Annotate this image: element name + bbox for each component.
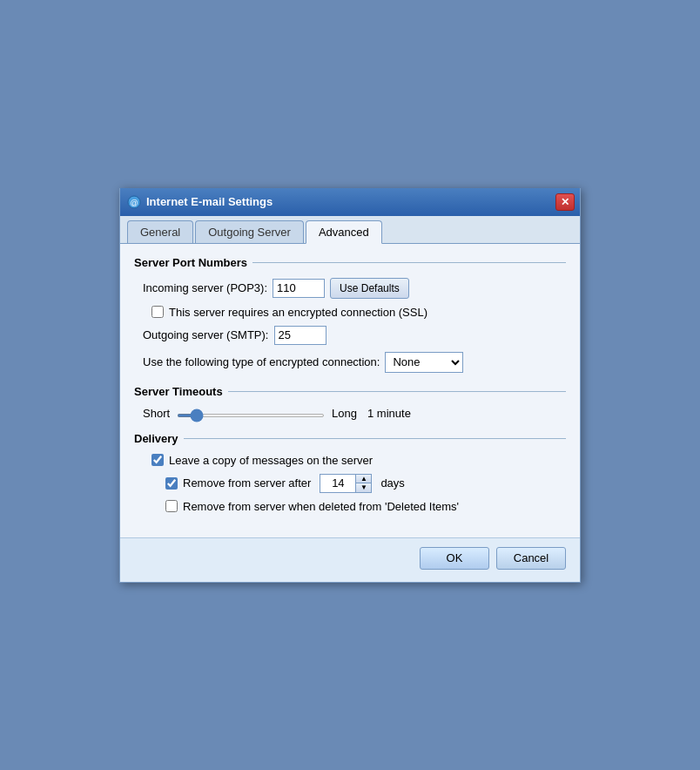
outgoing-server-input[interactable]: [274, 326, 326, 345]
title-bar: @ Internet E-mail Settings ✕: [120, 188, 580, 216]
email-icon: @: [127, 195, 141, 209]
title-bar-left: @ Internet E-mail Settings: [127, 195, 273, 209]
encryption-select[interactable]: None SSL TLS Auto: [385, 352, 463, 373]
timeout-slider-row: Short Long 1 minute: [134, 407, 566, 420]
server-ports-section: Server Port Numbers Incoming server (POP…: [134, 256, 566, 373]
delivery-title: Delivery: [134, 432, 178, 445]
long-label: Long: [332, 407, 357, 420]
use-defaults-button[interactable]: Use Defaults: [330, 278, 409, 299]
remove-after-label: Remove from server after: [183, 476, 311, 490]
ssl-checkbox-label: This server requires an encrypted connec…: [169, 306, 427, 319]
spinbox-buttons: ▲ ▼: [355, 475, 371, 492]
server-timeouts-divider: [228, 391, 566, 392]
server-ports-title: Server Port Numbers: [134, 256, 247, 269]
server-timeouts-title: Server Timeouts: [134, 385, 223, 398]
outgoing-server-label: Outgoing server (SMTP):: [143, 328, 269, 341]
tab-content: Server Port Numbers Incoming server (POP…: [120, 244, 580, 537]
days-input[interactable]: [320, 475, 355, 492]
server-timeouts-section: Server Timeouts Short Long 1 minute: [134, 385, 566, 420]
spin-down-button[interactable]: ▼: [356, 483, 371, 492]
server-ports-divider: [252, 262, 566, 263]
outgoing-server-row: Outgoing server (SMTP):: [134, 326, 566, 345]
ssl-checkbox-row: This server requires an encrypted connec…: [134, 306, 566, 319]
delivery-divider: [184, 438, 566, 439]
remove-deleted-checkbox[interactable]: [165, 500, 178, 512]
cancel-button[interactable]: Cancel: [496, 547, 566, 570]
leave-copy-checkbox[interactable]: [151, 454, 164, 466]
ok-button[interactable]: OK: [420, 547, 489, 570]
tab-outgoing-server[interactable]: Outgoing Server: [195, 220, 304, 243]
encryption-label: Use the following type of encrypted conn…: [143, 355, 380, 368]
remove-deleted-label: Remove from server when deleted from 'De…: [183, 500, 459, 513]
encryption-row: Use the following type of encrypted conn…: [134, 352, 566, 373]
remove-after-checkbox[interactable]: [165, 477, 178, 490]
timeout-slider[interactable]: [177, 414, 325, 417]
leave-copy-row: Leave a copy of messages on the server: [134, 454, 566, 467]
delivery-header: Delivery: [134, 432, 566, 445]
tab-bar: General Outgoing Server Advanced: [120, 216, 580, 244]
spin-up-button[interactable]: ▲: [356, 475, 371, 484]
delivery-section: Delivery Leave a copy of messages on the…: [134, 432, 566, 513]
remove-after-row: Remove from server after ▲ ▼ days: [134, 474, 566, 493]
server-timeouts-header: Server Timeouts: [134, 385, 566, 398]
incoming-server-label: Incoming server (POP3):: [143, 281, 267, 294]
short-label: Short: [143, 407, 170, 420]
svg-text:@: @: [130, 199, 138, 207]
days-spinbox: ▲ ▼: [320, 474, 372, 493]
ssl-checkbox[interactable]: [151, 306, 164, 318]
tab-advanced[interactable]: Advanced: [306, 220, 382, 244]
dialog-title: Internet E-mail Settings: [146, 195, 273, 208]
close-button[interactable]: ✕: [555, 193, 575, 211]
leave-copy-label: Leave a copy of messages on the server: [169, 454, 373, 467]
dialog-window: @ Internet E-mail Settings ✕ General Out…: [119, 188, 581, 583]
remove-deleted-row: Remove from server when deleted from 'De…: [134, 500, 566, 513]
timeout-value: 1 minute: [367, 407, 411, 420]
timeout-slider-container: [177, 407, 325, 420]
dialog-footer: OK Cancel: [120, 537, 580, 582]
days-label: days: [380, 476, 404, 490]
server-ports-header: Server Port Numbers: [134, 256, 566, 269]
incoming-server-input[interactable]: [273, 279, 325, 298]
tab-general[interactable]: General: [127, 220, 193, 243]
incoming-server-row: Incoming server (POP3): Use Defaults: [134, 278, 566, 299]
